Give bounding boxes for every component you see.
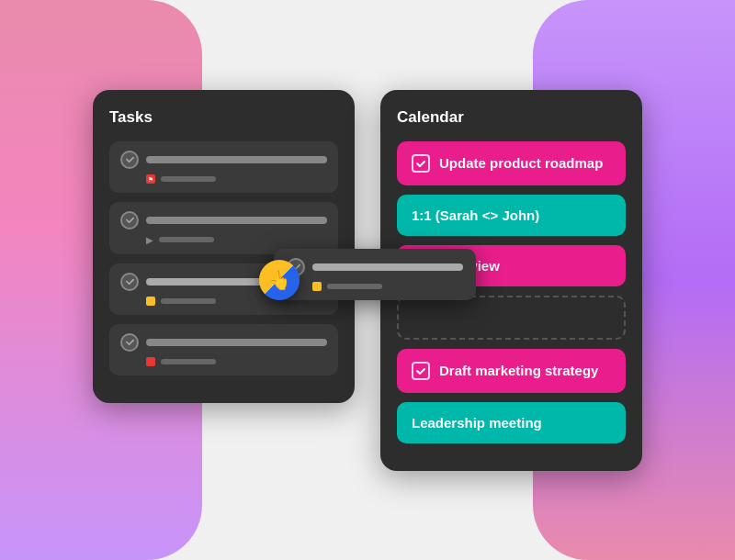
dragged-task-row — [287, 258, 463, 276]
checkbox[interactable] — [120, 273, 139, 291]
dragged-sub-bar — [327, 284, 382, 289]
flag-icon — [146, 357, 155, 366]
task-bar — [146, 339, 327, 346]
dragged-task-bar — [312, 263, 463, 271]
svg-rect-3 — [146, 357, 155, 366]
dragged-flag-icon — [312, 282, 322, 291]
tasks-panel-title: Tasks — [109, 108, 338, 127]
sub-bar — [161, 298, 216, 304]
sub-bar — [159, 237, 214, 242]
checkbox[interactable] — [120, 333, 139, 352]
calendar-item-text: Leadership meeting — [412, 415, 542, 431]
flag-icon — [146, 297, 155, 306]
sub-bar — [161, 176, 216, 182]
svg-text:⚑: ⚑ — [148, 176, 153, 183]
drag-handle: 👆 — [259, 260, 300, 300]
task-sub-row — [120, 357, 327, 366]
task-item[interactable] — [109, 324, 338, 375]
calendar-item-text: Draft marketing strategy — [439, 363, 598, 378]
tasks-panel: Tasks ⚑ — [93, 90, 355, 403]
task-item[interactable]: ▶ — [109, 202, 338, 254]
play-icon: ▶ — [146, 235, 153, 245]
task-bar — [146, 217, 327, 224]
task-item[interactable]: ⚑ — [109, 141, 338, 193]
calendar-item-update-roadmap[interactable]: Update product roadmap — [397, 141, 626, 185]
calendar-item-text: Update product roadmap — [439, 155, 603, 171]
calendar-item-text: 1:1 (Sarah <> John) — [412, 207, 539, 223]
sub-bar — [161, 359, 216, 364]
calendar-item-leadership-meeting[interactable]: Leadership meeting — [397, 402, 626, 443]
flag-icon: ⚑ — [146, 174, 155, 184]
checkbox[interactable] — [120, 211, 139, 230]
cursor-icon: 👆 — [268, 271, 291, 289]
svg-rect-4 — [312, 282, 322, 291]
calendar-item-dashed — [397, 296, 626, 340]
cal-checkbox[interactable] — [412, 154, 430, 173]
calendar-item-draft-marketing[interactable]: Draft marketing strategy — [397, 349, 626, 393]
task-row — [120, 151, 327, 169]
task-sub-row: ▶ — [120, 235, 327, 245]
task-sub-row: ⚑ — [120, 174, 327, 184]
svg-rect-2 — [146, 297, 155, 306]
calendar-item-11[interactable]: 1:1 (Sarah <> John) — [397, 195, 626, 236]
drag-overlay: 👆 — [259, 249, 476, 300]
task-row — [120, 211, 327, 230]
calendar-panel-title: Calendar — [397, 108, 626, 127]
cal-checkbox[interactable] — [412, 362, 430, 380]
checkbox[interactable] — [120, 151, 139, 169]
dragged-task-card — [274, 249, 476, 300]
task-bar — [146, 156, 327, 163]
dragged-task-sub — [287, 282, 463, 291]
task-row — [120, 333, 327, 352]
